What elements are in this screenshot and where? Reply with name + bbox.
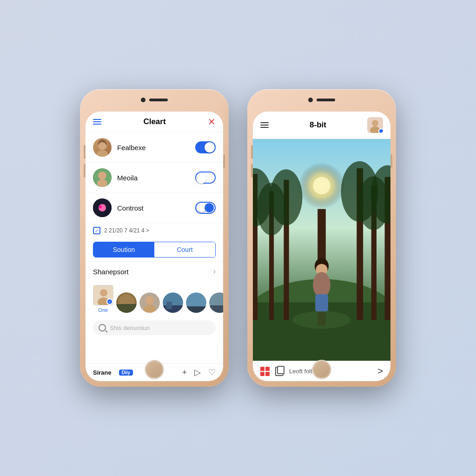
chevron-right-icon[interactable]: ›	[213, 267, 216, 276]
home-button-inner-right	[313, 361, 330, 378]
thumbnail-row: + One	[86, 281, 223, 317]
app-title: Cleart	[143, 117, 165, 126]
svg-point-6	[97, 179, 107, 187]
svg-point-10	[103, 205, 105, 207]
thumb-child[interactable]: +	[93, 285, 113, 305]
checkbox-label: 2 21/20 7 4/21 4 >	[104, 227, 149, 234]
list-item: Meoila	[86, 163, 223, 193]
hamburger-icon[interactable]	[93, 119, 101, 125]
camera-dot-right	[308, 98, 313, 102]
avatar-face-2	[93, 168, 112, 187]
tab-diiy-badge[interactable]: Diiy	[119, 370, 133, 376]
svg-point-12	[100, 289, 107, 297]
left-phone-screen: Cleart ✕	[86, 112, 223, 381]
svg-point-9	[99, 205, 102, 208]
list-label-1: Fealbexe	[117, 144, 190, 152]
svg-rect-51	[315, 294, 328, 312]
volume-btn-up[interactable]	[84, 145, 86, 159]
avatar-meoila	[93, 168, 112, 187]
svg-point-50	[313, 272, 331, 298]
left-phone-top	[141, 98, 168, 102]
segment-court[interactable]: Court	[154, 242, 215, 257]
search-icon	[99, 324, 106, 331]
list-item: Fealbexe	[86, 132, 223, 163]
thumb-label-one: One	[99, 307, 108, 313]
svg-point-18	[145, 296, 154, 304]
photo-main	[253, 139, 390, 361]
svg-point-5	[98, 172, 106, 180]
forest-background	[253, 139, 390, 361]
right-phone-top	[308, 98, 335, 102]
grid-icon[interactable]	[260, 367, 270, 376]
avatar-fealbexe	[93, 138, 112, 157]
speaker-grill	[149, 99, 168, 101]
section-row: Shanepsort ›	[86, 261, 223, 281]
right-phone-screen: 8-bit	[253, 112, 390, 381]
thumb-landscape3[interactable]	[186, 292, 206, 313]
checkbox[interactable]: ✓	[93, 227, 100, 234]
copy-icon[interactable]	[275, 367, 284, 376]
svg-rect-21	[163, 305, 183, 313]
avatar-controst	[93, 198, 112, 217]
toggle-knob-3	[197, 203, 206, 212]
camera-dot	[141, 98, 145, 102]
list-label-3: Controst	[117, 204, 190, 212]
svg-point-52	[292, 311, 351, 329]
user-avatar[interactable]	[367, 117, 383, 133]
power-btn[interactable]	[223, 154, 225, 168]
left-phone: Cleart ✕	[80, 89, 229, 387]
svg-rect-16	[116, 304, 137, 313]
svg-point-1	[97, 150, 108, 157]
avatar-face-1	[93, 138, 112, 157]
toggle-knob-1	[205, 142, 215, 152]
thumb-col-1: + One	[93, 285, 113, 313]
photo-header: 8-bit	[253, 112, 390, 139]
segment-soution[interactable]: Soution	[93, 242, 154, 257]
search-bar[interactable]: Shis denumlun	[93, 320, 216, 335]
hamburger-icon-right[interactable]	[260, 122, 269, 128]
tab-play-icon[interactable]: ▷	[194, 367, 201, 377]
list-item: Controst	[86, 193, 223, 223]
svg-rect-22	[166, 302, 172, 309]
close-icon[interactable]: ✕	[208, 117, 216, 126]
toggle-knob-2	[196, 173, 206, 184]
avatar-face-3	[93, 198, 112, 217]
thumb-landscape1[interactable]	[116, 292, 137, 313]
speaker-grill-right	[317, 99, 335, 101]
avatar-notification-badge	[378, 128, 383, 133]
home-button-left[interactable]	[145, 360, 164, 379]
list-label-2: Meoila	[117, 174, 190, 182]
svg-rect-24	[186, 306, 206, 313]
right-phone: 8-bit	[247, 89, 396, 387]
svg-point-34	[313, 177, 331, 195]
tab-sirane-label[interactable]: Sirane	[93, 369, 112, 376]
toggle-meoila[interactable]	[195, 172, 216, 184]
search-placeholder: Shis denumlun	[110, 324, 150, 331]
photo-app-title: 8-bit	[310, 120, 326, 130]
svg-rect-26	[209, 305, 223, 313]
svg-point-28	[372, 120, 378, 126]
tab-heart-icon[interactable]: ♡	[208, 367, 216, 377]
thumb-badge: +	[106, 298, 113, 305]
toggle-controst[interactable]	[195, 202, 216, 214]
app-list: Fealbexe	[86, 132, 223, 223]
home-button-right[interactable]	[312, 360, 331, 379]
scene: Cleart ✕	[0, 0, 476, 476]
svg-point-3	[99, 142, 106, 150]
svg-point-44	[270, 169, 302, 225]
toggle-fealbexe[interactable]	[195, 141, 216, 153]
thumb-landscape4[interactable]	[209, 292, 223, 313]
power-btn-right[interactable]	[390, 154, 392, 168]
section-label: Shanepsort	[93, 268, 129, 276]
app-header: Cleart ✕	[86, 112, 223, 132]
photo-nav-arrow[interactable]: >	[377, 366, 383, 377]
volume-btn-down[interactable]	[84, 164, 86, 178]
checkbox-row: ✓ 2 21/20 7 4/21 4 >	[86, 223, 223, 238]
thumb-landscape2[interactable]	[163, 292, 183, 313]
home-button-inner-left	[146, 361, 163, 378]
thumb-person3[interactable]	[139, 292, 160, 313]
segment-control: Soution Court	[93, 242, 216, 258]
tab-add-icon[interactable]: +	[182, 368, 187, 377]
